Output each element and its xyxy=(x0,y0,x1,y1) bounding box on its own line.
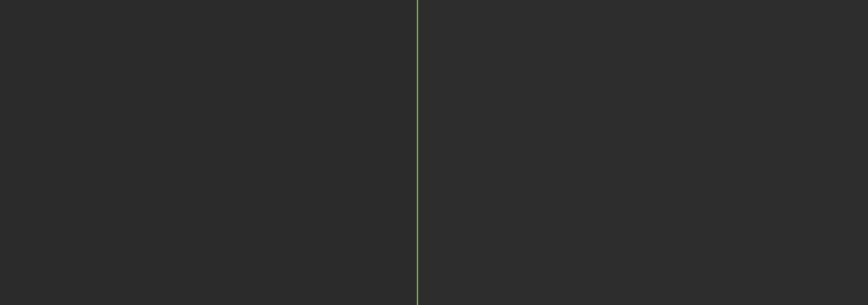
right-panel: private String testPatternMatchSwitch(Ob… xyxy=(418,0,868,305)
left-panel xyxy=(0,0,417,305)
